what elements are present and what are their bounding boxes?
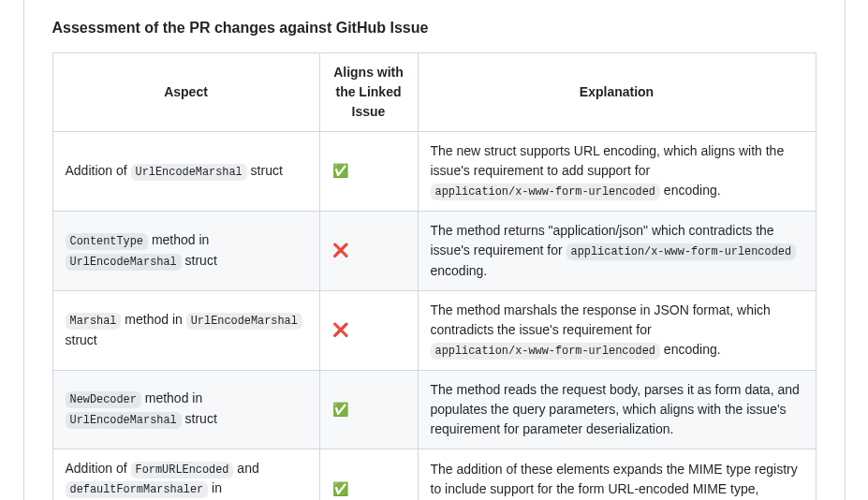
- cross-icon: ❌: [332, 241, 348, 260]
- table-row: Addition of FormURLEncoded and defaultFo…: [52, 449, 816, 500]
- code-token: UrlEncodeMarshal: [131, 164, 247, 181]
- text: encoding.: [660, 183, 721, 198]
- explanation-cell: The new struct supports URL encoding, wh…: [418, 132, 816, 212]
- col-header-explanation: Explanation: [418, 53, 816, 132]
- explanation-cell: The method marshals the response in JSON…: [418, 290, 816, 370]
- section-title: Assessment of the PR changes against Git…: [52, 19, 817, 37]
- assessment-table: Aspect Aligns with the Linked Issue Expl…: [52, 52, 817, 500]
- aligns-cell: ❌: [319, 211, 418, 290]
- table-row: Addition of UrlEncodeMarshal struct ✅ Th…: [52, 132, 816, 212]
- aligns-cell: ✅: [319, 370, 418, 449]
- aspect-cell: ContentType method in UrlEncodeMarshal s…: [52, 211, 319, 290]
- code-token: ContentType: [66, 233, 149, 250]
- check-icon: ✅: [332, 161, 348, 181]
- code-token: FormURLEncoded: [131, 462, 234, 478]
- code-token: NewDecoder: [66, 391, 141, 408]
- cross-icon: ❌: [332, 320, 348, 340]
- text: struct: [182, 411, 217, 426]
- check-icon: ✅: [332, 479, 348, 499]
- col-header-aspect: Aspect: [52, 53, 319, 132]
- text: struct: [182, 253, 217, 268]
- aspect-cell: Marshal method in UrlEncodeMarshal struc…: [52, 290, 319, 370]
- code-token: application/x-www-form-urlencoded: [431, 184, 660, 200]
- aligns-cell: ✅: [319, 449, 418, 500]
- text: The method reads the request body, parse…: [431, 382, 800, 436]
- aspect-cell: NewDecoder method in UrlEncodeMarshal st…: [52, 370, 319, 449]
- explanation-cell: The method returns "application/json" wh…: [418, 211, 816, 290]
- text: The method marshals the response in JSON…: [431, 302, 771, 337]
- text: method in: [141, 390, 202, 405]
- text: encoding.: [660, 342, 721, 357]
- document-panel: Assessment of the PR changes against Git…: [23, 0, 846, 500]
- text: struct: [66, 332, 97, 347]
- text: and: [233, 461, 258, 476]
- table-row: NewDecoder method in UrlEncodeMarshal st…: [52, 370, 816, 449]
- text: Addition of: [66, 163, 131, 178]
- code-token: defaultFormMarshaler: [66, 481, 209, 498]
- table-row: Marshal method in UrlEncodeMarshal struc…: [52, 290, 816, 370]
- aspect-cell: Addition of UrlEncodeMarshal struct: [52, 132, 319, 212]
- aligns-cell: ✅: [319, 132, 418, 212]
- text: in: [208, 480, 222, 495]
- code-token: Marshal: [66, 313, 122, 330]
- text: The new struct supports URL encoding, wh…: [431, 143, 785, 178]
- code-token: application/x-www-form-urlencoded: [431, 343, 660, 360]
- text: method in: [148, 232, 209, 247]
- text: struct: [247, 163, 283, 178]
- text: encoding.: [431, 263, 488, 278]
- check-icon: ✅: [332, 400, 348, 419]
- table-row: ContentType method in UrlEncodeMarshal s…: [52, 211, 816, 290]
- aligns-cell: ❌: [319, 290, 418, 370]
- code-token: UrlEncodeMarshal: [66, 412, 182, 429]
- code-token: application/x-www-form-urlencoded: [566, 243, 796, 260]
- document-content: Assessment of the PR changes against Git…: [24, 0, 845, 500]
- explanation-cell: The addition of these elements expands t…: [418, 449, 816, 500]
- code-token: UrlEncodeMarshal: [186, 313, 302, 330]
- col-header-aligns: Aligns with the Linked Issue: [319, 53, 418, 132]
- text: Addition of: [66, 461, 131, 476]
- text: method in: [121, 312, 185, 327]
- code-token: UrlEncodeMarshal: [66, 254, 182, 271]
- table-header-row: Aspect Aligns with the Linked Issue Expl…: [52, 53, 816, 132]
- explanation-cell: The method reads the request body, parse…: [418, 370, 816, 449]
- text: The addition of these elements expands t…: [431, 462, 798, 500]
- aspect-cell: Addition of FormURLEncoded and defaultFo…: [52, 449, 319, 500]
